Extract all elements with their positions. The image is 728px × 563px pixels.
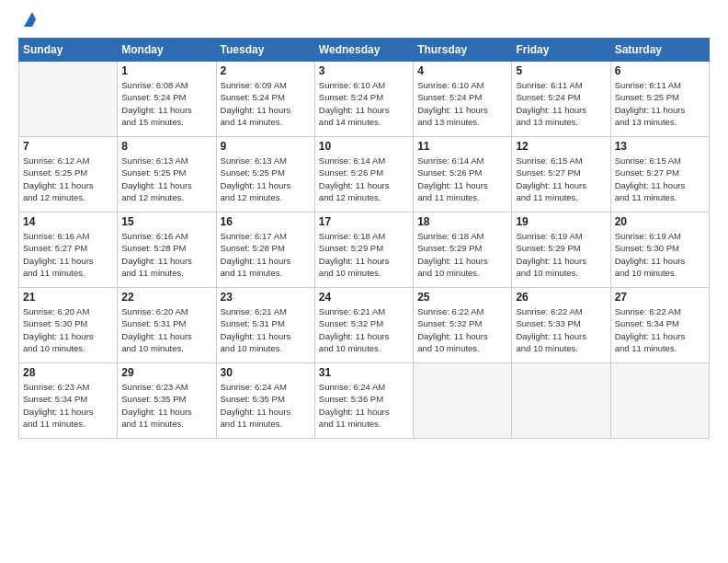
calendar-cell: 6Sunrise: 6:11 AM Sunset: 5:25 PM Daylig… [610,62,709,137]
calendar-cell: 2Sunrise: 6:09 AM Sunset: 5:24 PM Daylig… [216,62,314,137]
day-number: 28 [23,366,113,379]
day-number: 13 [615,140,705,153]
day-number: 11 [417,140,507,153]
calendar-cell: 18Sunrise: 6:18 AM Sunset: 5:29 PM Dayli… [414,213,512,288]
calendar-cell: 4Sunrise: 6:10 AM Sunset: 5:24 PM Daylig… [414,62,512,137]
day-number: 7 [23,140,113,153]
calendar: SundayMondayTuesdayWednesdayThursdayFrid… [18,38,710,439]
calendar-cell: 11Sunrise: 6:14 AM Sunset: 5:26 PM Dayli… [414,137,512,213]
day-number: 15 [121,215,211,228]
day-info: Sunrise: 6:18 AM Sunset: 5:29 PM Dayligh… [417,230,507,279]
day-number: 20 [615,215,705,228]
day-info: Sunrise: 6:23 AM Sunset: 5:35 PM Dayligh… [121,381,211,430]
weekday-header-sunday: Sunday [19,39,118,62]
calendar-cell: 14Sunrise: 6:16 AM Sunset: 5:27 PM Dayli… [19,213,118,288]
day-info: Sunrise: 6:24 AM Sunset: 5:35 PM Dayligh… [221,381,311,430]
weekday-header-saturday: Saturday [610,39,709,62]
weekday-header-wednesday: Wednesday [314,39,413,62]
calendar-cell: 22Sunrise: 6:20 AM Sunset: 5:31 PM Dayli… [118,288,216,363]
calendar-cell: 7Sunrise: 6:12 AM Sunset: 5:25 PM Daylig… [19,137,118,213]
day-number: 25 [417,291,507,304]
day-number: 22 [121,291,211,304]
day-number: 29 [121,366,211,379]
day-number: 14 [23,215,113,228]
day-number: 30 [221,366,311,379]
calendar-cell: 29Sunrise: 6:23 AM Sunset: 5:35 PM Dayli… [118,363,216,439]
day-info: Sunrise: 6:17 AM Sunset: 5:28 PM Dayligh… [221,230,311,279]
day-info: Sunrise: 6:08 AM Sunset: 5:24 PM Dayligh… [121,79,211,128]
day-info: Sunrise: 6:10 AM Sunset: 5:24 PM Dayligh… [417,79,507,128]
day-info: Sunrise: 6:13 AM Sunset: 5:25 PM Dayligh… [221,155,311,203]
calendar-cell: 12Sunrise: 6:15 AM Sunset: 5:27 PM Dayli… [512,137,610,213]
calendar-cell: 26Sunrise: 6:22 AM Sunset: 5:33 PM Dayli… [512,288,610,363]
calendar-cell: 19Sunrise: 6:19 AM Sunset: 5:29 PM Dayli… [512,213,610,288]
day-info: Sunrise: 6:21 AM Sunset: 5:32 PM Dayligh… [319,305,409,354]
day-info: Sunrise: 6:20 AM Sunset: 5:31 PM Dayligh… [121,305,211,354]
day-info: Sunrise: 6:15 AM Sunset: 5:27 PM Dayligh… [516,155,606,203]
calendar-cell: 20Sunrise: 6:19 AM Sunset: 5:30 PM Dayli… [610,213,709,288]
day-number: 24 [319,291,409,304]
day-number: 31 [319,366,409,379]
day-info: Sunrise: 6:24 AM Sunset: 5:36 PM Dayligh… [319,381,409,430]
header [18,14,710,29]
day-number: 26 [516,291,606,304]
day-number: 1 [121,64,211,77]
day-number: 5 [516,64,606,77]
day-number: 6 [615,64,705,77]
calendar-cell: 30Sunrise: 6:24 AM Sunset: 5:35 PM Dayli… [216,363,314,439]
day-info: Sunrise: 6:23 AM Sunset: 5:34 PM Dayligh… [23,381,113,430]
day-info: Sunrise: 6:13 AM Sunset: 5:25 PM Dayligh… [121,155,211,203]
calendar-cell: 25Sunrise: 6:22 AM Sunset: 5:32 PM Dayli… [414,288,512,363]
logo-icon [19,12,36,29]
day-number: 27 [615,291,705,304]
calendar-cell: 16Sunrise: 6:17 AM Sunset: 5:28 PM Dayli… [216,213,314,288]
day-info: Sunrise: 6:14 AM Sunset: 5:26 PM Dayligh… [319,155,409,203]
day-number: 8 [121,140,211,153]
calendar-cell: 31Sunrise: 6:24 AM Sunset: 5:36 PM Dayli… [314,363,413,439]
day-info: Sunrise: 6:22 AM Sunset: 5:34 PM Dayligh… [615,305,705,354]
day-info: Sunrise: 6:22 AM Sunset: 5:32 PM Dayligh… [417,305,507,354]
calendar-cell [512,363,610,439]
day-info: Sunrise: 6:22 AM Sunset: 5:33 PM Dayligh… [516,305,606,354]
calendar-cell: 13Sunrise: 6:15 AM Sunset: 5:27 PM Dayli… [610,137,709,213]
calendar-cell: 27Sunrise: 6:22 AM Sunset: 5:34 PM Dayli… [610,288,709,363]
calendar-cell: 21Sunrise: 6:20 AM Sunset: 5:30 PM Dayli… [19,288,118,363]
day-number: 21 [23,291,113,304]
day-info: Sunrise: 6:19 AM Sunset: 5:30 PM Dayligh… [615,230,705,279]
calendar-cell: 28Sunrise: 6:23 AM Sunset: 5:34 PM Dayli… [19,363,118,439]
day-info: Sunrise: 6:16 AM Sunset: 5:27 PM Dayligh… [23,230,113,279]
calendar-cell: 17Sunrise: 6:18 AM Sunset: 5:29 PM Dayli… [314,213,413,288]
logo [18,14,36,29]
day-number: 10 [319,140,409,153]
calendar-cell: 3Sunrise: 6:10 AM Sunset: 5:24 PM Daylig… [314,62,413,137]
weekday-header-friday: Friday [512,39,610,62]
svg-marker-0 [24,12,36,27]
day-info: Sunrise: 6:11 AM Sunset: 5:25 PM Dayligh… [615,79,705,128]
day-number: 17 [319,215,409,228]
weekday-header-monday: Monday [118,39,216,62]
calendar-cell [19,62,118,137]
day-number: 19 [516,215,606,228]
day-info: Sunrise: 6:12 AM Sunset: 5:25 PM Dayligh… [23,155,113,203]
page: SundayMondayTuesdayWednesdayThursdayFrid… [0,0,728,563]
day-info: Sunrise: 6:14 AM Sunset: 5:26 PM Dayligh… [417,155,507,203]
day-number: 9 [221,140,311,153]
day-info: Sunrise: 6:10 AM Sunset: 5:24 PM Dayligh… [319,79,409,128]
day-number: 16 [221,215,311,228]
weekday-header-tuesday: Tuesday [216,39,314,62]
calendar-cell: 9Sunrise: 6:13 AM Sunset: 5:25 PM Daylig… [216,137,314,213]
day-number: 4 [417,64,507,77]
weekday-header-thursday: Thursday [414,39,512,62]
calendar-cell: 1Sunrise: 6:08 AM Sunset: 5:24 PM Daylig… [118,62,216,137]
calendar-cell: 5Sunrise: 6:11 AM Sunset: 5:24 PM Daylig… [512,62,610,137]
calendar-cell: 24Sunrise: 6:21 AM Sunset: 5:32 PM Dayli… [314,288,413,363]
day-info: Sunrise: 6:11 AM Sunset: 5:24 PM Dayligh… [516,79,606,128]
calendar-cell: 10Sunrise: 6:14 AM Sunset: 5:26 PM Dayli… [314,137,413,213]
day-info: Sunrise: 6:16 AM Sunset: 5:28 PM Dayligh… [121,230,211,279]
day-info: Sunrise: 6:15 AM Sunset: 5:27 PM Dayligh… [615,155,705,203]
day-info: Sunrise: 6:09 AM Sunset: 5:24 PM Dayligh… [221,79,311,128]
day-number: 23 [221,291,311,304]
day-info: Sunrise: 6:18 AM Sunset: 5:29 PM Dayligh… [319,230,409,279]
calendar-cell: 15Sunrise: 6:16 AM Sunset: 5:28 PM Dayli… [118,213,216,288]
day-number: 12 [516,140,606,153]
